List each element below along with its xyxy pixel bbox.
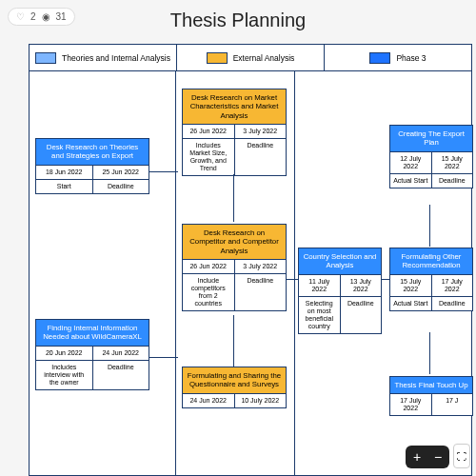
box-title: Formulating and Sharing the Questionnair… — [183, 367, 286, 393]
box-other-recommendation[interactable]: Formulating Other Recommendation 15 July… — [389, 248, 473, 311]
box-title: Desk Research on Market Characteristics … — [183, 89, 286, 124]
swatch-solid-blue — [369, 52, 390, 64]
box-market-research[interactable]: Desk Research on Market Characteristics … — [182, 89, 287, 176]
connector — [149, 357, 178, 358]
connector — [149, 171, 178, 172]
legend-phase3: Phase 3 — [325, 45, 471, 70]
swatch-blue — [35, 52, 56, 64]
legend-label-1: Theories and Internal Analysis — [62, 53, 170, 63]
heart-icon: ♡ — [16, 11, 25, 22]
likes-count: 2 — [30, 11, 36, 22]
box-desk-export[interactable]: Desk Research on Theories and Strategies… — [35, 138, 149, 194]
connector — [429, 205, 430, 247]
box-export-plan[interactable]: Creating The Export Plan 12 July 202215 … — [389, 125, 473, 188]
stats-pill: ♡ 2 ◉ 31 — [8, 8, 75, 26]
fullscreen-icon: ⛶ — [457, 451, 466, 462]
flow-area: Desk Research on Theories and Strategies… — [30, 71, 471, 475]
connector — [382, 279, 389, 280]
connector — [233, 174, 234, 222]
zoom-out-button[interactable]: − — [430, 449, 446, 465]
box-internal-info[interactable]: Finding Internal Information Needed abou… — [35, 319, 149, 390]
zoom-in-button[interactable]: + — [409, 449, 425, 465]
legend-theories: Theories and Internal Analysis — [30, 45, 177, 70]
eye-icon: ◉ — [42, 11, 50, 22]
views-count: 31 — [56, 11, 67, 22]
box-title: Formulating Other Recommendation — [390, 248, 472, 274]
legend-row: Theories and Internal Analysis External … — [30, 45, 471, 71]
legend-label-2: External Analysis — [233, 53, 295, 63]
box-country-selection[interactable]: Country Selection and Analysis 11 July 2… — [298, 248, 382, 334]
box-title: Country Selection and Analysis — [299, 248, 381, 274]
box-title: Finding Internal Information Needed abou… — [36, 320, 149, 346]
connector — [429, 332, 430, 374]
swatch-orange — [207, 52, 228, 64]
box-final-touchup[interactable]: Thesis Final Touch Up 17 July 202217 J — [389, 376, 473, 416]
box-title: Thesis Final Touch Up — [390, 377, 472, 393]
fullscreen-button[interactable]: ⛶ — [453, 444, 470, 468]
connector — [287, 279, 298, 280]
legend-label-3: Phase 3 — [396, 53, 426, 63]
box-competitor-research[interactable]: Desk Research on Competitor and Competit… — [182, 224, 287, 311]
connector — [233, 315, 234, 367]
box-title: Creating The Export Plan — [390, 126, 472, 151]
zoom-controls: + − — [406, 446, 449, 468]
legend-external: External Analysis — [177, 45, 325, 70]
box-survey[interactable]: Formulating and Sharing the Questionnair… — [182, 367, 287, 408]
diagram-canvas[interactable]: Theories and Internal Analysis External … — [29, 44, 472, 476]
box-title: Desk Research on Theories and Strategies… — [36, 139, 149, 165]
box-title: Desk Research on Competitor and Competit… — [183, 225, 286, 259]
